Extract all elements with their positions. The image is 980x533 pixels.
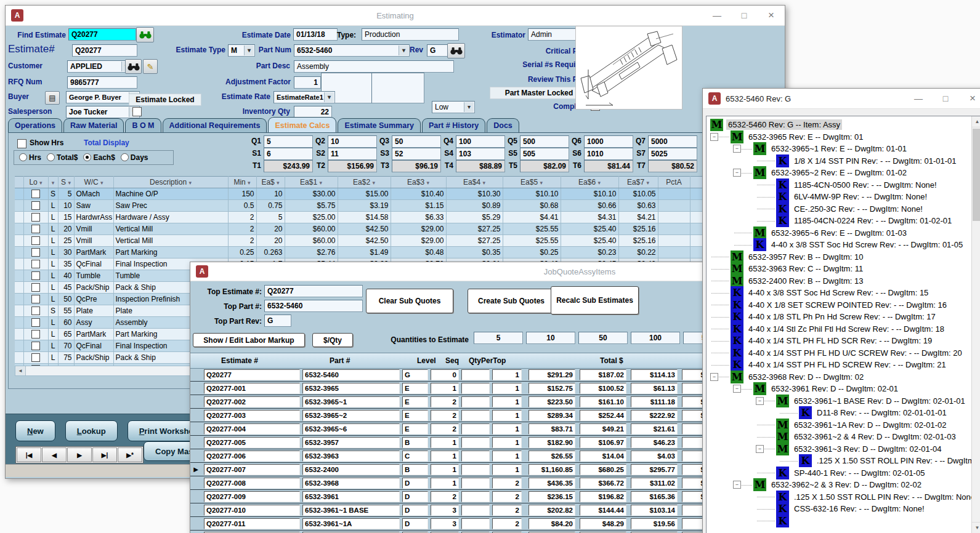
tab-estimate-calcs[interactable]: Estimate Calcs [268,117,336,133]
quote-cell[interactable]: 6532-3957 [302,437,400,448]
tree-scrollbar[interactable]: ▲ ▼ [971,116,980,533]
estimate-type-select[interactable]: M▾ [228,44,255,57]
quote-cell[interactable] [461,464,490,475]
t1-input[interactable]: $243.99 [264,160,313,172]
quote-cell[interactable]: $165.36 [631,491,678,502]
quote-cell[interactable]: $14.04 [580,451,626,462]
row-checkbox[interactable] [31,283,40,292]
s3-input[interactable]: 52 [392,148,441,160]
q3-input[interactable]: 50 [392,135,441,148]
quote-cell[interactable] [461,505,490,516]
row-checkbox[interactable] [31,213,40,222]
estimate-date-input[interactable]: 01/13/18 [293,28,338,41]
quote-cell[interactable]: D [402,478,428,489]
quote-cell[interactable]: 2 [431,396,459,407]
adjustment-factor-input[interactable]: 1 [294,76,321,89]
tree-item[interactable]: −M6532-3965~1 Rev: E -- DwgItm: 01-01 [710,143,971,155]
s4-input[interactable]: 103 [456,148,505,160]
show-hrs-checkbox[interactable] [17,139,26,148]
chevron-down-icon[interactable]: ▾ [324,92,334,102]
tree-item[interactable]: M6532-2400 Rev: B -- DwgItm: 13 [710,275,971,287]
quote-cell[interactable]: $84.20 [528,518,575,529]
operation-row[interactable]: L10SawSaw Prec0.50.75$5.75$3.19$1.15$0.8… [15,200,770,212]
memo-box-2[interactable] [371,73,424,103]
quote-cell[interactable]: $236.15 [528,491,575,502]
quote-cell[interactable]: 6532-3968 [302,478,400,489]
row-checkbox[interactable] [31,353,40,362]
tree-item[interactable]: K [710,515,971,527]
grid-col-header-ea3[interactable]: Ea$3 ▾ [391,177,446,188]
tree-item[interactable]: KCE-.250-3C Rev: - -- DwgItm: None! [710,203,971,215]
type-input[interactable]: Production [362,28,459,41]
row-checkbox[interactable] [31,201,40,210]
quote-cell[interactable]: $436.35 [528,478,575,489]
quote-cell[interactable]: $295.77 [631,464,678,475]
quote-cell[interactable]: $223.50 [528,396,575,407]
tab-additional-requirements[interactable]: Additional Requirements [163,118,267,133]
quote-cell[interactable]: C [402,451,428,462]
quote-cell[interactable]: D [402,505,428,516]
quantity-input-1[interactable]: 5 [474,332,523,344]
operation-row[interactable]: L20VmillVertical Mill220$60.00$42.50$29.… [15,223,770,235]
tree-item[interactable]: −M6532-3965 Rev: E -- DwgItm: 01 [710,131,971,143]
quote-cell[interactable]: $83.71 [528,423,575,435]
quantity-input-2[interactable]: 10 [526,332,575,344]
radio-total[interactable]: Total$ [47,153,78,162]
collapse-icon[interactable]: − [733,481,741,489]
quote-cell[interactable]: 1 [492,423,522,435]
create-sub-quotes-button[interactable]: Create Sub Quotes [468,289,555,313]
grid-col-header-pcta[interactable]: PctA [658,177,690,188]
quote-cell[interactable] [461,451,490,462]
quote-cell[interactable]: $103.14 [631,505,678,516]
quote-cell[interactable]: 6532-5460 [302,369,400,380]
tree-item[interactable]: M6532-5460 Rev: G -- Item: Assy [710,119,971,131]
quote-cell[interactable]: 2 [431,410,459,421]
quote-cell[interactable]: 3 [431,518,459,529]
grid-col-header-ea1[interactable]: Ea$1 ▾ [285,177,338,188]
radio-days[interactable]: Days [121,153,148,162]
tree-item[interactable]: M6532-3961~1A Rev: D -- DwgItm: 02-01-02 [710,419,971,431]
tree-item[interactable]: KD11-8 Rev: - -- DwgItm: 02-01-01-01 [710,407,971,419]
quote-cell[interactable]: $106.97 [580,437,626,448]
quote-cell[interactable]: 6532-3961 [302,491,400,502]
quote-cell[interactable]: $289.34 [528,410,575,421]
tree-item[interactable]: −M6532-3968 Rev: D -- DwgItm: 02 [710,371,971,383]
grid-col-header-description[interactable]: Description ▾ [113,177,228,188]
quote-cell[interactable]: $182.90 [528,437,575,448]
quote-cell[interactable]: $114.13 [631,369,678,380]
quote-cell[interactable]: 1 [431,451,459,462]
quote-cell[interactable]: E [402,383,428,394]
tree-item[interactable]: KSP-440-1 Rev: - -- DwgItm: 02-01-05 [710,467,971,479]
collapse-icon[interactable]: − [756,397,764,405]
scroll-down-icon[interactable]: ▼ [972,522,980,533]
quote-cell[interactable]: $202.82 [528,505,575,516]
quote-cell[interactable]: 6532-3963 [302,451,400,462]
q2-input[interactable]: 10 [328,135,377,148]
grid-col-header-wc[interactable]: W/C ▾ [74,177,113,188]
collapse-icon[interactable]: − [710,373,718,381]
quote-cell[interactable]: 6532-3965~1 [302,396,400,407]
quote-cell[interactable] [461,423,490,435]
recalc-sub-estimates-button[interactable]: Recalc Sub Estimates [551,286,639,315]
tree-item[interactable]: M6532-3961~2 & 4 Rev: D -- DwgItm: 02-01… [710,431,971,443]
tree-item[interactable]: KCSS-632-16 Rev: - -- DwgItm: None! [710,503,971,515]
quote-cell[interactable]: 6532-3965~2 [302,410,400,421]
new-button[interactable]: New [15,420,55,441]
scroll-left-icon[interactable]: ◄ [15,366,26,375]
row-checkbox[interactable] [31,260,40,268]
quote-cell[interactable]: $366.72 [580,478,626,489]
tree-item[interactable]: K.125 X 1.50 SST ROLL PIN Rev: - -- DwgI… [710,491,971,503]
tree-item[interactable]: −M6532-3961~1 BASE Rev: D -- DwgItm: 02-… [710,395,971,407]
row-checkbox[interactable] [31,318,40,327]
quote-cell[interactable] [461,383,490,394]
rev-input[interactable]: G [427,44,449,57]
grid-col-header[interactable] [15,177,23,188]
quote-cell[interactable]: $26.55 [528,451,575,462]
tree-item[interactable]: K4-40 x 1/8 STL Ph Pn Hd Screw Rev: - --… [710,311,971,323]
nav-previous-button[interactable]: ◀ [42,447,67,462]
grid-col-header-ea7[interactable]: Ea$7 ▾ [618,177,658,188]
quote-cell[interactable]: $311.02 [631,478,678,489]
grid-col-header-ea5[interactable]: Ea$5 ▾ [503,177,561,188]
operation-row[interactable]: L15HardwrAssHardware / Assy25$25.00$14.5… [15,212,770,223]
collapse-icon[interactable]: − [733,169,741,177]
